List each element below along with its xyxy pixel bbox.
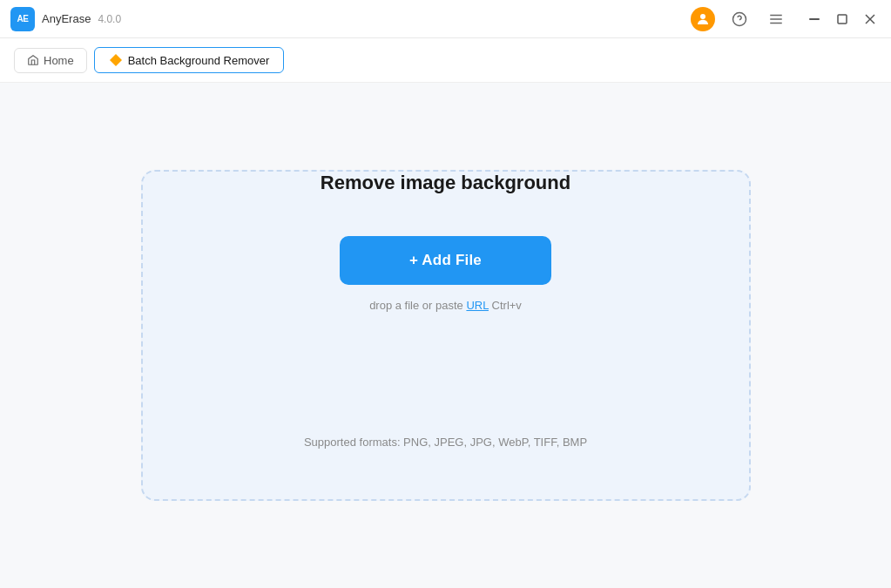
app-version: 4.0.0 bbox=[98, 13, 121, 25]
home-icon bbox=[27, 54, 39, 66]
close-button[interactable] bbox=[860, 9, 881, 30]
title-bar-left: AE AnyErase 4.0.0 bbox=[10, 7, 121, 31]
svg-marker-10 bbox=[110, 54, 122, 66]
svg-point-0 bbox=[700, 14, 705, 19]
home-label: Home bbox=[44, 54, 74, 67]
drop-zone[interactable]: Remove image background + Add File drop … bbox=[141, 170, 751, 501]
svg-rect-6 bbox=[809, 18, 820, 20]
drop-zone-bottom: Supported formats: PNG, JPEG, JPG, WebP,… bbox=[143, 468, 749, 499]
diamond-icon bbox=[109, 53, 123, 67]
active-tab-label: Batch Background Remover bbox=[128, 54, 270, 67]
supported-formats: Supported formats: PNG, JPEG, JPG, WebP,… bbox=[304, 436, 587, 449]
add-file-button[interactable]: + Add File bbox=[340, 236, 551, 285]
drop-zone-title: Remove image background bbox=[321, 172, 570, 194]
title-bar-right bbox=[691, 7, 881, 31]
help-icon[interactable] bbox=[727, 7, 752, 31]
app-logo: AE bbox=[10, 7, 35, 31]
drop-hint: drop a file or paste URL Ctrl+v bbox=[369, 299, 522, 312]
nav-bar: Home Batch Background Remover bbox=[0, 38, 891, 83]
svg-rect-7 bbox=[838, 15, 847, 24]
home-button[interactable]: Home bbox=[14, 48, 87, 73]
title-bar: AE AnyErase 4.0.0 bbox=[0, 0, 891, 38]
window-controls bbox=[804, 9, 881, 30]
main-content: Remove image background + Add File drop … bbox=[0, 83, 891, 588]
menu-icon[interactable] bbox=[764, 7, 788, 31]
app-name: AnyErase bbox=[42, 12, 91, 25]
avatar-icon[interactable] bbox=[691, 7, 715, 31]
url-link[interactable]: URL bbox=[466, 299, 489, 312]
batch-bg-remover-tab[interactable]: Batch Background Remover bbox=[94, 47, 285, 73]
minimize-button[interactable] bbox=[804, 9, 825, 30]
maximize-button[interactable] bbox=[832, 9, 853, 30]
